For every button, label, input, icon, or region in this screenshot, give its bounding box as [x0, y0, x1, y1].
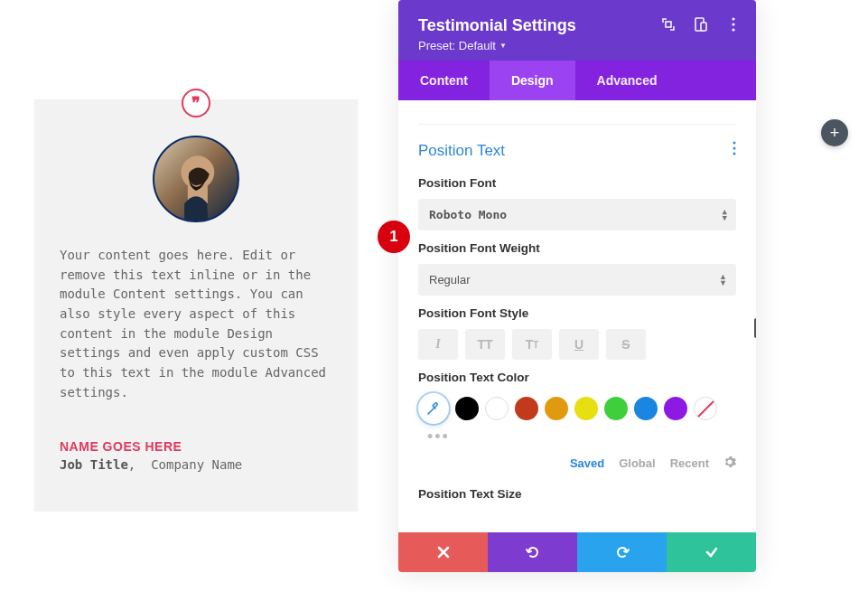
size-label: Position Text Size — [418, 487, 736, 501]
svg-rect-4 — [701, 23, 706, 31]
preset-selector[interactable]: Preset: Default — [418, 39, 507, 52]
swatch-orange[interactable] — [545, 397, 568, 420]
tab-content[interactable]: Content — [398, 61, 490, 100]
more-icon[interactable] — [725, 16, 742, 33]
testimonial-body[interactable]: Your content goes here. Edit or remove t… — [60, 246, 332, 403]
panel-body[interactable]: Position Text Position Font Roboto Mono … — [398, 100, 756, 532]
panel-header: Testimonial Settings Preset: Default — [398, 0, 756, 61]
svg-point-6 — [732, 23, 734, 25]
color-label: Position Text Color — [418, 371, 736, 384]
swatch-yellow[interactable] — [574, 397, 598, 420]
color-tab-saved[interactable]: Saved — [570, 456, 604, 470]
testimonial-company: Company Name — [151, 457, 242, 472]
avatar — [153, 136, 239, 222]
scrollbar[interactable] — [754, 318, 756, 338]
italic-button[interactable]: I — [418, 329, 458, 360]
more-swatches[interactable]: ••• — [418, 424, 736, 450]
tab-design[interactable]: Design — [490, 61, 575, 100]
color-tab-global[interactable]: Global — [619, 456, 655, 470]
underline-button[interactable]: U — [559, 329, 599, 360]
swatch-green[interactable] — [604, 397, 628, 420]
undo-button[interactable] — [488, 532, 577, 572]
testimonial-name[interactable]: NAME GOES HERE — [60, 439, 332, 454]
swatch-blue[interactable] — [634, 397, 658, 420]
color-tab-recent[interactable]: Recent — [670, 456, 709, 470]
font-select[interactable]: Roboto Mono ▲▼ — [418, 199, 736, 230]
uppercase-button[interactable]: TT — [465, 329, 505, 360]
testimonial-meta[interactable]: Job Title, Company Name — [60, 457, 332, 472]
footer-actions — [398, 532, 756, 572]
svg-point-9 — [733, 147, 736, 150]
font-label: Position Font — [418, 176, 736, 190]
add-button[interactable]: + — [821, 119, 848, 146]
quote-icon: ❞ — [182, 89, 210, 117]
swatch-black[interactable] — [455, 397, 479, 420]
testimonial-card: ❞ Your content goes here. Edit or remove… — [34, 99, 358, 512]
weight-select[interactable]: Regular ▲▼ — [418, 264, 736, 296]
responsive-icon[interactable] — [693, 16, 709, 33]
section-title[interactable]: Position Text — [418, 142, 505, 160]
gear-icon[interactable] — [723, 456, 736, 471]
expand-icon[interactable] — [660, 16, 677, 33]
svg-point-7 — [732, 28, 734, 31]
testimonial-job-title: Job Title — [60, 457, 128, 472]
redo-button[interactable] — [577, 532, 667, 572]
style-label: Position Font Style — [418, 306, 736, 320]
tab-advanced[interactable]: Advanced — [575, 61, 679, 100]
cancel-button[interactable] — [398, 532, 488, 572]
svg-rect-2 — [666, 22, 671, 27]
svg-point-10 — [733, 153, 736, 155]
color-swatches — [418, 393, 736, 424]
eyedropper-swatch[interactable] — [418, 393, 449, 424]
settings-panel: Testimonial Settings Preset: Default Con… — [398, 0, 756, 572]
save-button[interactable] — [667, 532, 756, 572]
avatar-wrap — [60, 127, 332, 222]
svg-point-8 — [733, 142, 736, 145]
svg-point-5 — [732, 17, 734, 20]
smallcaps-button[interactable]: TT — [512, 329, 552, 360]
section-options-icon[interactable] — [733, 141, 736, 160]
swatch-purple[interactable] — [664, 397, 687, 420]
weight-label: Position Font Weight — [418, 241, 736, 255]
swatch-white[interactable] — [485, 397, 509, 420]
swatch-none[interactable] — [694, 397, 717, 420]
panel-tabs: Content Design Advanced — [398, 61, 756, 100]
swatch-red[interactable] — [515, 397, 538, 420]
strikethrough-button[interactable]: S — [606, 329, 646, 360]
annotation-marker-1: 1 — [378, 221, 410, 253]
